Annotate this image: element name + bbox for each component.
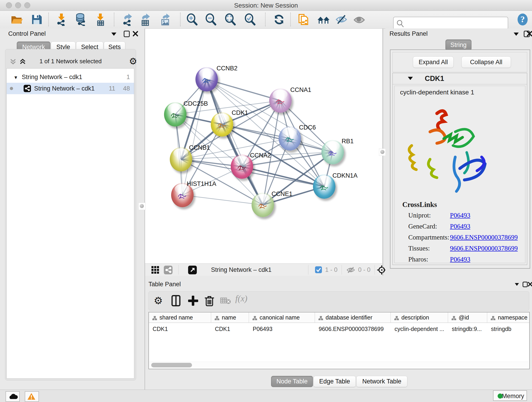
tab-node-table[interactable]: Node Table — [271, 376, 313, 387]
delete-table-icon[interactable] — [220, 297, 232, 309]
panel-menu-icon[interactable] — [515, 283, 519, 286]
zoom-selected-icon[interactable] — [244, 13, 257, 26]
disclosure-triangle-icon[interactable] — [408, 77, 413, 80]
selected-count: 1 - 0 — [325, 266, 337, 274]
crosslink-link[interactable]: 9606.ENSP00000378699 — [450, 245, 518, 252]
node-CDC6[interactable] — [279, 126, 301, 151]
column-header-namespace[interactable]: namespace — [487, 313, 530, 322]
gene-entry-header[interactable]: CDK1 — [393, 73, 527, 84]
clone-network-icon[interactable] — [297, 13, 310, 26]
table-options-gear-icon[interactable]: ⚙ — [154, 295, 166, 307]
crosslink-link[interactable]: P06493 — [450, 223, 470, 230]
left-splitter-handle[interactable] — [138, 203, 146, 210]
hidden-eye-slash-icon[interactable] — [346, 266, 355, 274]
node-table[interactable]: shared namenamecanonical namedatabase id… — [148, 312, 530, 369]
export-image-icon[interactable] — [159, 13, 172, 26]
show-all-icon[interactable] — [353, 13, 366, 26]
import-network-icon[interactable] — [55, 13, 68, 26]
warning-status-button[interactable] — [25, 391, 39, 402]
panel-menu-icon[interactable] — [111, 32, 116, 36]
expand-all-button[interactable]: Expand All — [413, 56, 454, 68]
horizontal-scrollbar[interactable] — [149, 362, 528, 368]
delete-column-trash-icon[interactable] — [204, 295, 215, 307]
node-CDC25B[interactable] — [164, 102, 186, 127]
function-builder-icon[interactable]: f(x) — [235, 293, 247, 305]
panel-menu-icon[interactable] — [514, 32, 519, 36]
table-cell[interactable]: stringdb — [487, 324, 530, 333]
crosslink-link[interactable]: P06493 — [450, 211, 470, 219]
node-CCNE1[interactable] — [252, 193, 274, 217]
tab-network-table[interactable]: Network Table — [356, 376, 407, 387]
panel-close-icon[interactable] — [133, 31, 138, 37]
crosslink-link[interactable]: P06493 — [450, 255, 470, 263]
open-session-icon[interactable] — [10, 13, 23, 26]
node-CCNB2[interactable] — [196, 67, 218, 91]
panel-close-icon[interactable] — [528, 282, 532, 287]
node-count: 11 — [109, 83, 115, 94]
network-selection-status: 1 of 1 Network selected — [5, 56, 136, 66]
table-cell[interactable]: stringdb:9... — [448, 324, 487, 333]
search-field[interactable] — [393, 17, 508, 30]
hide-selected-icon[interactable] — [335, 13, 348, 26]
edge-CCNB2-HIST1H1A[interactable] — [182, 79, 207, 195]
tab-edge-table[interactable]: Edge Table — [313, 376, 356, 387]
tab-string[interactable]: String — [445, 39, 472, 51]
zoom-in-icon[interactable] — [186, 13, 199, 26]
import-table-icon[interactable] — [94, 13, 107, 26]
column-header--id[interactable]: @id — [448, 313, 487, 322]
refresh-icon[interactable] — [273, 13, 285, 26]
crosslink-label: Uniprot: — [408, 211, 431, 219]
first-neighbors-icon[interactable] — [317, 13, 330, 26]
export-table-icon[interactable] — [139, 13, 152, 26]
table-panel: Table Panel ⚙ f(x) shared namenamecanoni… — [146, 276, 532, 390]
panel-close-icon[interactable] — [526, 31, 532, 37]
network-options-gear-icon[interactable]: ⚙ — [129, 57, 137, 66]
column-header-database-identifier[interactable]: database identifier — [315, 313, 391, 322]
node-CCNA1[interactable] — [269, 89, 292, 113]
table-panel-title: Table Panel — [148, 281, 181, 288]
panel-float-icon[interactable] — [124, 31, 130, 37]
node-CDKN1A[interactable] — [313, 174, 336, 199]
scrollbar-thumb[interactable] — [151, 363, 192, 367]
table-cell[interactable]: P06493 — [249, 324, 315, 333]
panel-float-icon[interactable] — [523, 282, 528, 287]
open-in-window-icon[interactable] — [188, 266, 197, 274]
table-cell[interactable]: 9606.ENSP00000378699 — [315, 324, 391, 333]
network-overview-icon[interactable] — [164, 266, 172, 274]
birds-eye-view-icon[interactable] — [152, 266, 160, 274]
cloud-status-button[interactable] — [6, 391, 20, 402]
column-header-name[interactable]: name — [211, 313, 249, 322]
network-view-canvas[interactable]: CCNB2 CCNA1 CDC25B CDK1 CDC6 RB1 CCNB1 — [145, 29, 382, 263]
export-network-icon[interactable] — [121, 13, 134, 26]
network-row-selected[interactable]: String Network – cdk1 11 48 — [7, 83, 134, 94]
collapse-all-button[interactable]: Collapse All — [462, 56, 511, 68]
zoom-out-icon[interactable] — [205, 13, 218, 26]
table-cell[interactable]: CDK1 — [211, 324, 249, 333]
table-cell[interactable]: CDK1 — [149, 324, 211, 333]
node-label-CCNA2: CCNA2 — [250, 152, 271, 159]
create-column-plus-icon[interactable] — [187, 295, 199, 307]
application-window: Session: New Session — [0, 0, 532, 402]
table-cell[interactable]: cyclin-dependent ... — [391, 324, 448, 333]
disclosure-triangle-icon[interactable]: ▼ — [13, 72, 18, 83]
save-session-icon[interactable] — [30, 13, 43, 26]
show-columns-icon[interactable] — [171, 295, 183, 307]
memory-button[interactable]: Memory — [493, 390, 527, 401]
crosslink-link[interactable]: 9606.ENSP00000378699 — [450, 234, 518, 241]
selected-checkbox-icon[interactable] — [315, 266, 322, 273]
column-header-canonical-name[interactable]: canonical name — [249, 313, 315, 322]
fit-selected-crosshair-icon[interactable] — [377, 265, 386, 275]
column-type-icon — [394, 316, 399, 320]
control-panel: Control Panel Network Style Select Sets … — [0, 28, 145, 390]
column-header-shared-name[interactable]: shared name — [149, 313, 211, 322]
import-network-from-database-icon[interactable] — [74, 13, 87, 26]
edge-HIST1H1A-CCNE1[interactable] — [182, 195, 263, 205]
zoom-fit-icon[interactable] — [224, 13, 237, 26]
gene-entry: CDK1 cyclin-dependent kinase 1 — [393, 73, 527, 265]
network-collection-row[interactable]: ▼ String Network – cdk1 1 — [7, 71, 134, 83]
help-icon[interactable]: ? — [516, 13, 529, 26]
search-input[interactable] — [405, 18, 505, 28]
node-CDK1[interactable] — [211, 112, 233, 137]
column-header-description[interactable]: description — [391, 313, 448, 322]
node-RB1[interactable] — [322, 140, 344, 164]
